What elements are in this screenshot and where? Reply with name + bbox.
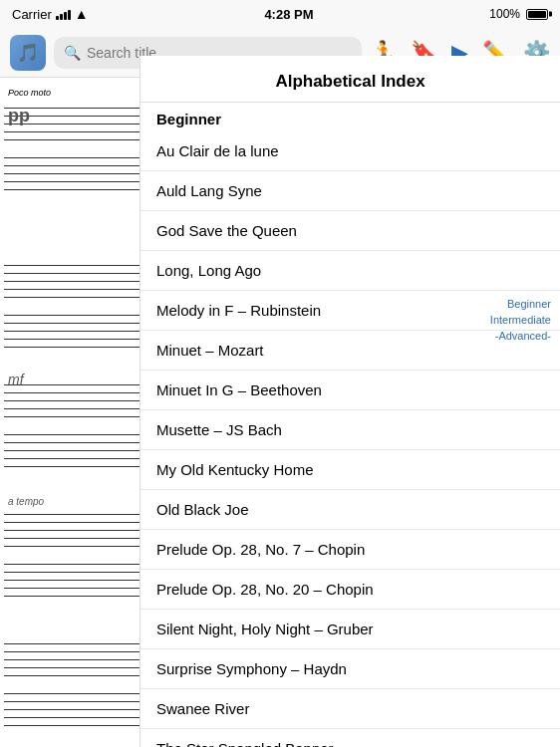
- panel-title: Alphabetical Index: [160, 72, 540, 92]
- panel-header: Alphabetical Index: [140, 56, 560, 103]
- battery-icon: [526, 9, 548, 20]
- list-item-old-kentucky[interactable]: My Old Kentucky Home: [140, 450, 560, 490]
- search-icon: 🔍: [64, 45, 81, 61]
- badge-beginner: Beginner: [503, 297, 555, 311]
- list-item[interactable]: Au Clair de la lune: [140, 131, 560, 171]
- app-icon[interactable]: 🎵: [10, 35, 46, 71]
- dynamic-pp: pp: [8, 106, 30, 126]
- list-item[interactable]: Old Black Joe: [140, 490, 560, 530]
- badge-advanced: -Advanced-: [491, 329, 555, 343]
- list-item[interactable]: Silent Night, Holy Night – Gruber: [140, 610, 560, 649]
- list-item[interactable]: Long, Long Ago: [140, 251, 560, 291]
- list-item[interactable]: Prelude Op. 28, No. 7 – Chopin: [140, 530, 560, 570]
- sheet-music-background: Poco moto pp mf: [0, 78, 147, 747]
- list-item[interactable]: Prelude Op. 28, No. 20 – Chopin: [140, 570, 560, 610]
- panel-list[interactable]: Beginner Intermediate -Advanced- Beginne…: [140, 103, 560, 747]
- list-item-god-save[interactable]: God Save the Queen: [140, 211, 560, 251]
- time-label: 4:28 PM: [264, 7, 313, 22]
- list-item[interactable]: Minuet In G – Beethoven: [140, 371, 560, 410]
- tempo-marking: Poco moto: [8, 88, 51, 98]
- alphabetical-index-panel: Alphabetical Index Beginner Intermediate…: [140, 56, 560, 747]
- status-right: 100%: [489, 7, 548, 21]
- list-item[interactable]: Surprise Symphony – Haydn: [140, 649, 560, 689]
- section-beginner: Beginner: [140, 103, 560, 131]
- battery-percent: 100%: [489, 7, 520, 21]
- list-item[interactable]: Musette – JS Bach: [140, 410, 560, 450]
- status-left: Carrier ▲: [12, 6, 89, 22]
- list-item[interactable]: Auld Lang Syne: [140, 171, 560, 211]
- status-bar: Carrier ▲ 4:28 PM 100%: [0, 0, 560, 28]
- wifi-icon: ▲: [75, 6, 89, 22]
- carrier-label: Carrier: [12, 7, 52, 22]
- badge-intermediate: Intermediate: [486, 313, 555, 327]
- list-item[interactable]: Swanee River: [140, 689, 560, 729]
- signal-icon: [56, 8, 71, 20]
- legend-badges: Beginner Intermediate -Advanced-: [486, 297, 555, 343]
- list-item-star-spangled[interactable]: The Star Spangled Banner: [140, 729, 560, 747]
